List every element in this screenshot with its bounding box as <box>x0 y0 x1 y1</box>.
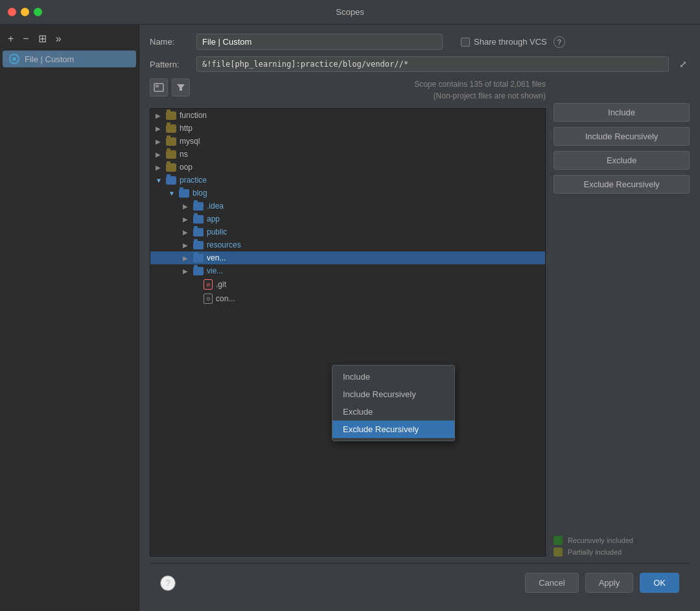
folder-icon <box>193 241 204 249</box>
folder-icon <box>166 150 176 159</box>
share-vcs-checkbox[interactable] <box>461 38 470 47</box>
scope-radio-icon <box>9 54 19 64</box>
tree-arrow-icon: ▶ <box>156 125 166 132</box>
folder-icon <box>193 202 204 211</box>
tree-arrow-icon: ▼ <box>156 177 166 184</box>
legend-color-recursively <box>554 536 563 545</box>
ok-button[interactable]: OK <box>640 573 679 593</box>
view-toggle-button[interactable] <box>150 78 168 97</box>
tree-item-label: app <box>207 214 220 224</box>
tree-item-label: resources <box>207 240 241 249</box>
more-actions-button[interactable]: » <box>53 32 64 45</box>
dialog-title: Scopes <box>336 7 364 17</box>
tree-item-label: mysql <box>180 137 200 146</box>
context-menu-item-include[interactable]: Include <box>332 368 454 386</box>
context-menu-item-exclude-recursively[interactable]: Exclude Recursively <box>332 421 454 438</box>
share-vcs-help-button[interactable]: ? <box>554 36 565 48</box>
legend-label-recursively: Recursively included <box>568 536 633 544</box>
scope-info: Scope contains 135 of total 2,061 files … <box>414 78 546 102</box>
tree-item-label: http <box>180 124 192 133</box>
cancel-button[interactable]: Cancel <box>525 573 578 593</box>
tree-row[interactable]: ⊘ .git <box>150 277 545 292</box>
tree-arrow-icon: ▶ <box>183 203 193 210</box>
filter-button[interactable] <box>172 78 190 97</box>
folder-icon <box>166 124 176 133</box>
tree-toolbar <box>150 78 190 97</box>
exclude-recursively-button[interactable]: Exclude Recursively <box>554 175 690 194</box>
scope-info-line1: Scope contains 135 of total 2,061 files <box>414 78 546 90</box>
tree-item-label: practice <box>180 176 207 185</box>
tree-row[interactable]: ▼ blog <box>150 187 545 200</box>
folder-icon <box>166 163 176 172</box>
folder-icon <box>179 189 189 198</box>
tree-row[interactable]: ▶ public <box>150 225 545 238</box>
tree-arrow-icon: ▶ <box>183 255 193 262</box>
name-input[interactable] <box>196 34 443 50</box>
tree-row[interactable]: ▶ .idea <box>150 200 545 213</box>
tree-item-label: function <box>180 111 207 120</box>
apply-button[interactable]: Apply <box>585 573 634 593</box>
tree-row-selected[interactable]: ▶ ven... <box>150 251 545 264</box>
folder-icon <box>193 267 204 275</box>
tree-item-label: vie... <box>207 266 223 275</box>
name-row: Name: Share through VCS ? <box>150 34 690 50</box>
folder-icon <box>166 176 176 185</box>
legend-item-partially-included: Partially included <box>554 548 690 557</box>
share-vcs-label: Share through VCS <box>474 37 547 47</box>
tree-arrow-icon: ▶ <box>183 242 193 249</box>
tree-row[interactable]: ▼ practice <box>150 174 545 187</box>
tree-row[interactable]: ▶ ns <box>150 148 545 161</box>
remove-scope-button[interactable]: − <box>20 32 31 45</box>
bottom-bar: ? Cancel Apply OK <box>150 563 690 602</box>
tree-row[interactable]: ▶ resources <box>150 238 545 251</box>
scope-radio-inner <box>12 57 16 61</box>
tree-row[interactable]: ▶ oop <box>150 161 545 174</box>
sidebar-toolbar: + − ⊞ » <box>0 30 139 48</box>
file-tree[interactable]: ▶ function ▶ http ▶ mysql <box>150 108 546 557</box>
pattern-expand-button[interactable]: ⤢ <box>677 59 690 69</box>
legend-label-partially: Partially included <box>568 548 622 556</box>
close-button[interactable] <box>8 8 16 16</box>
name-label: Name: <box>150 37 189 47</box>
legend: Recursively included Partially included <box>554 536 690 557</box>
window-controls <box>8 8 42 16</box>
scope-item-label: File | Custom <box>25 54 74 64</box>
tree-arrow-icon: ▶ <box>156 164 166 171</box>
tree-arrow-icon: ▶ <box>183 229 193 236</box>
tree-item-label: .idea <box>207 202 224 211</box>
tree-arrow-icon: ▶ <box>156 138 166 145</box>
context-menu-item-include-recursively[interactable]: Include Recursively <box>332 386 454 403</box>
scope-list-item-active[interactable]: File | Custom <box>3 51 136 67</box>
tree-arrow-icon: ▶ <box>183 216 193 223</box>
tree-row[interactable]: ▶ http <box>150 122 545 135</box>
tree-item-label: oop <box>180 163 192 172</box>
pattern-row: Pattern: ⤢ <box>150 56 690 72</box>
pattern-label: Pattern: <box>150 60 189 69</box>
tree-arrow-icon: ▶ <box>156 112 166 119</box>
file-icon: ⊘ <box>204 279 213 290</box>
include-button[interactable]: Include <box>554 103 690 122</box>
tree-row[interactable]: ▶ app <box>150 213 545 225</box>
help-button[interactable]: ? <box>160 575 176 591</box>
add-scope-button[interactable]: + <box>5 32 16 45</box>
minimize-button[interactable] <box>21 8 29 16</box>
tree-item-label: blog <box>192 189 207 198</box>
tree-item-label: con... <box>216 294 235 303</box>
tree-row[interactable]: ▶ vie... <box>150 264 545 277</box>
copy-scope-button[interactable]: ⊞ <box>36 32 49 45</box>
include-recursively-button[interactable]: Include Recursively <box>554 127 690 146</box>
tree-row[interactable]: ⚙ con... <box>150 292 545 306</box>
right-panel: Include Include Recursively Exclude Excl… <box>554 78 690 557</box>
maximize-button[interactable] <box>34 8 42 16</box>
tree-panel: Scope contains 135 of total 2,061 files … <box>150 78 546 557</box>
tree-row[interactable]: ▶ mysql <box>150 135 545 148</box>
legend-item-recursively-included: Recursively included <box>554 536 690 545</box>
context-menu: Include Include Recursively Exclude Excl… <box>332 365 455 441</box>
tree-item-label: public <box>207 227 227 236</box>
tree-arrow-icon: ▼ <box>169 190 179 197</box>
exclude-button[interactable]: Exclude <box>554 151 690 170</box>
tree-row[interactable]: ▶ function <box>150 109 545 122</box>
pattern-input[interactable] <box>196 56 669 72</box>
tree-arrow-icon: ▶ <box>156 151 166 158</box>
context-menu-item-exclude[interactable]: Exclude <box>332 403 454 421</box>
